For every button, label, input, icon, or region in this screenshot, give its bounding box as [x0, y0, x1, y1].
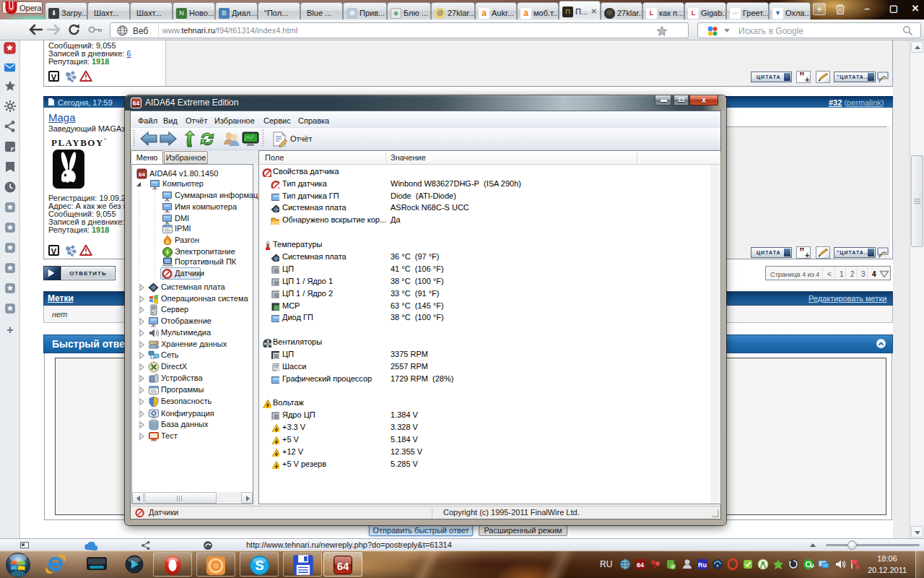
svg-text:64: 64	[337, 560, 349, 572]
svg-text:64: 64	[637, 561, 644, 569]
svg-text:64: 64	[133, 100, 140, 107]
svg-text:Ru: Ru	[698, 561, 707, 569]
